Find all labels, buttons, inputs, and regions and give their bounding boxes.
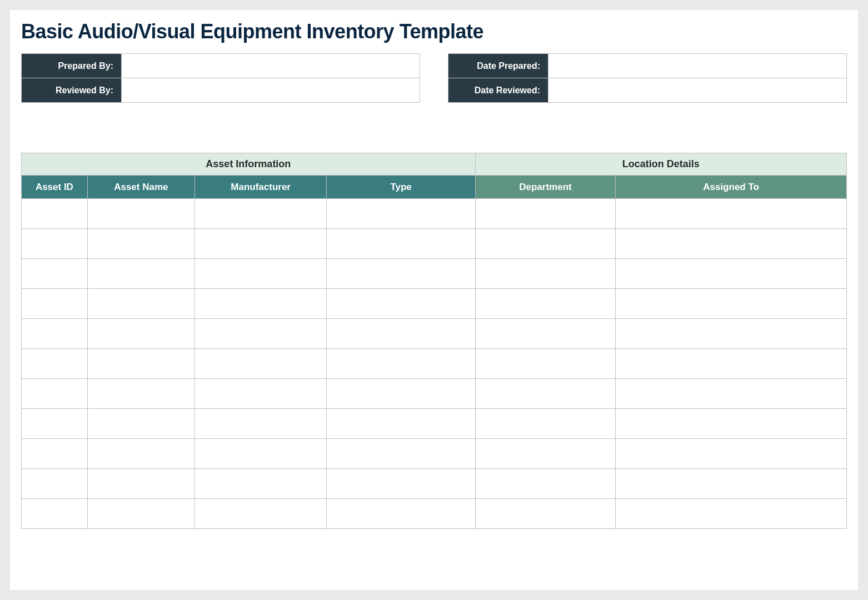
cell-assigned-to[interactable] [616,469,847,499]
col-department: Department [475,176,615,199]
meta-table-left: Prepared By: Reviewed By: [21,53,420,103]
cell-asset-name[interactable] [87,289,194,319]
cell-assigned-to[interactable] [616,289,847,319]
inventory-table: Asset Information Location Details Asset… [21,153,847,529]
cell-department[interactable] [475,259,615,289]
cell-manufacturer[interactable] [194,469,327,499]
group-location-details: Location Details [475,153,846,176]
group-asset-info: Asset Information [22,153,476,176]
table-row [22,319,847,349]
cell-assigned-to[interactable] [616,229,847,259]
cell-assigned-to[interactable] [616,319,847,349]
cell-asset-name[interactable] [87,319,194,349]
prepared-by-label: Prepared By: [22,54,122,78]
cell-department[interactable] [475,439,615,469]
table-row [22,259,847,289]
cell-asset-name[interactable] [87,259,194,289]
cell-manufacturer[interactable] [194,409,327,439]
meta-section: Prepared By: Reviewed By: Date Prepared:… [21,53,847,103]
cell-manufacturer[interactable] [194,289,327,319]
cell-asset-name[interactable] [87,439,194,469]
cell-type[interactable] [327,319,475,349]
cell-type[interactable] [327,379,475,409]
cell-type[interactable] [327,439,475,469]
cell-asset-id[interactable] [22,409,88,439]
table-row [22,439,847,469]
cell-department[interactable] [475,199,615,229]
prepared-by-value[interactable] [122,54,420,78]
cell-asset-name[interactable] [87,469,194,499]
group-header-row: Asset Information Location Details [22,153,847,176]
cell-asset-name[interactable] [87,199,194,229]
cell-manufacturer[interactable] [194,349,327,379]
cell-asset-id[interactable] [22,289,88,319]
date-reviewed-value[interactable] [548,78,847,103]
cell-assigned-to[interactable] [616,379,847,409]
table-row [22,379,847,409]
cell-asset-name[interactable] [87,499,194,529]
cell-department[interactable] [475,409,615,439]
cell-assigned-to[interactable] [616,439,847,469]
date-prepared-value[interactable] [548,54,847,78]
cell-manufacturer[interactable] [194,439,327,469]
cell-assigned-to[interactable] [616,259,847,289]
cell-asset-id[interactable] [22,349,88,379]
cell-asset-id[interactable] [22,499,88,529]
table-row [22,409,847,439]
date-prepared-label: Date Prepared: [448,54,548,78]
cell-type[interactable] [327,259,475,289]
cell-type[interactable] [327,199,475,229]
document-page: Basic Audio/Visual Equipment Inventory T… [10,10,858,590]
cell-department[interactable] [475,499,615,529]
cell-type[interactable] [327,469,475,499]
table-row [22,229,847,259]
cell-assigned-to[interactable] [616,409,847,439]
cell-asset-name[interactable] [87,349,194,379]
cell-department[interactable] [475,289,615,319]
cell-asset-id[interactable] [22,319,88,349]
cell-type[interactable] [327,349,475,379]
cell-asset-name[interactable] [87,409,194,439]
cell-type[interactable] [327,499,475,529]
cell-assigned-to[interactable] [616,499,847,529]
col-type: Type [327,176,475,199]
cell-manufacturer[interactable] [194,229,327,259]
cell-type[interactable] [327,409,475,439]
reviewed-by-value[interactable] [122,78,420,103]
col-asset-id: Asset ID [22,176,88,199]
reviewed-by-label: Reviewed By: [22,78,122,103]
cell-asset-id[interactable] [22,199,88,229]
cell-asset-id[interactable] [22,259,88,289]
meta-block-right: Date Prepared: Date Reviewed: [448,53,847,103]
cell-manufacturer[interactable] [194,379,327,409]
cell-asset-id[interactable] [22,439,88,469]
cell-type[interactable] [327,289,475,319]
cell-manufacturer[interactable] [194,259,327,289]
cell-asset-id[interactable] [22,379,88,409]
cell-department[interactable] [475,379,615,409]
date-reviewed-label: Date Reviewed: [448,78,548,103]
cell-assigned-to[interactable] [616,349,847,379]
table-row [22,469,847,499]
column-header-row: Asset ID Asset Name Manufacturer Type De… [22,176,847,199]
cell-department[interactable] [475,349,615,379]
cell-type[interactable] [327,229,475,259]
cell-department[interactable] [475,469,615,499]
cell-department[interactable] [475,229,615,259]
table-row [22,199,847,229]
col-assigned-to: Assigned To [616,176,847,199]
col-manufacturer: Manufacturer [194,176,327,199]
cell-asset-name[interactable] [87,379,194,409]
cell-manufacturer[interactable] [194,199,327,229]
meta-block-left: Prepared By: Reviewed By: [21,53,420,103]
cell-asset-id[interactable] [22,469,88,499]
cell-manufacturer[interactable] [194,499,327,529]
cell-department[interactable] [475,319,615,349]
cell-asset-name[interactable] [87,229,194,259]
table-row [22,499,847,529]
cell-asset-id[interactable] [22,229,88,259]
inventory-body [22,199,847,529]
cell-manufacturer[interactable] [194,319,327,349]
table-row [22,349,847,379]
cell-assigned-to[interactable] [616,199,847,229]
